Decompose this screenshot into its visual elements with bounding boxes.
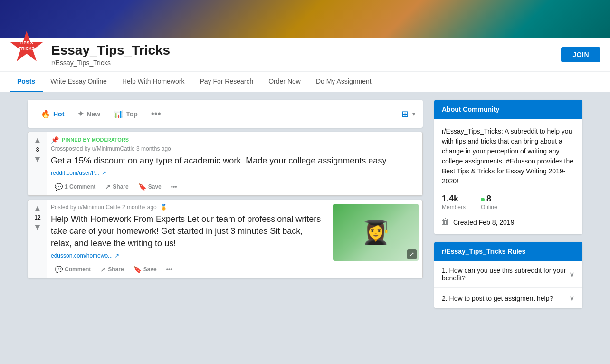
comment-button-1[interactable]: 💬 1 Comment — [51, 180, 99, 193]
post-card-2: ▲ 12 ▼ Posted by u/MinimumCattle 2 month… — [28, 200, 423, 278]
pinned-banner: 📌 PINNED BY MODERATORS — [51, 136, 419, 144]
rule-text-1: 1. How can you use this subreddit for yo… — [442, 267, 569, 282]
crosspost-info: Crossposted by u/MinimumCattle 3 months … — [51, 145, 419, 152]
share-icon-1: ↗ — [105, 183, 111, 191]
view-toggle: ⊞ ▾ — [400, 107, 415, 121]
tab-posts[interactable]: Posts — [10, 72, 43, 92]
tab-help-homework[interactable]: Help With Homework — [114, 72, 192, 92]
members-count: 1.4k — [442, 194, 466, 204]
online-dot — [481, 198, 485, 201]
tab-do-assignment[interactable]: Do My Assignment — [308, 72, 379, 92]
save-button-1[interactable]: 🔖 Save — [134, 180, 165, 193]
rule-label-1: How can you use this subreddit for your … — [442, 267, 566, 282]
view-dropdown-icon[interactable]: ▾ — [412, 111, 415, 117]
chevron-down-icon-2: ∨ — [569, 294, 575, 303]
graduation-image: 👩‍🎓 — [362, 219, 390, 246]
external-link-icon-2: ↗ — [114, 252, 119, 259]
vote-column-1: ▲ 8 ▼ — [28, 132, 47, 195]
sort-top-button[interactable]: 📊 Top — [108, 105, 143, 122]
tab-order-now[interactable]: Order Now — [261, 72, 308, 92]
share-icon-2: ↗ — [100, 266, 106, 273]
content-area: 🔥 Hot ✦ New 📊 Top ••• ⊞ ▾ ▲ 8 ▼ — [28, 100, 423, 316]
hot-icon: 🔥 — [41, 109, 50, 118]
new-icon: ✦ — [77, 109, 84, 118]
stats-row: 1.4k Members 8 Online — [442, 194, 575, 211]
post-link-2[interactable]: edusson.com/homewo... ↗ — [51, 252, 325, 259]
banner-image — [0, 0, 610, 38]
comment-icon-1: 💬 — [55, 183, 63, 191]
svg-text:TRICKS: TRICKS — [19, 46, 35, 51]
post-title-2[interactable]: Help With Homework From Experts Let our … — [51, 213, 325, 249]
about-community-card: About Community r/Essay_Tips_Tricks: A s… — [434, 100, 582, 234]
about-description: r/Essay_Tips_Tricks: A subreddit to help… — [442, 126, 575, 186]
subreddit-handle: r/Essay_Tips_Tricks — [51, 59, 550, 67]
card-view-button[interactable]: ⊞ — [400, 107, 410, 121]
post-thumbnail-2[interactable]: 👩‍🎓 ⤢ — [333, 204, 419, 261]
post-body-1: 📌 PINNED BY MODERATORS Crossposted by u/… — [47, 132, 422, 195]
external-link-icon-1: ↗ — [102, 170, 106, 176]
post-actions-2: 💬 Comment ↗ Share 🔖 Save ••• — [51, 263, 325, 276]
rules-header: r/Essay_Tips_Tricks Rules — [434, 242, 582, 261]
post-card-pinned: ▲ 8 ▼ 📌 PINNED BY MODERATORS Crossposted… — [28, 132, 423, 196]
join-button[interactable]: JOIN — [561, 47, 600, 62]
save-button-2[interactable]: 🔖 Save — [130, 263, 161, 276]
svg-text:TIPS &: TIPS & — [19, 40, 34, 45]
share-button-2[interactable]: ↗ Share — [96, 263, 127, 276]
calendar-icon: 🏛 — [442, 218, 449, 227]
vote-count-1: 8 — [36, 146, 39, 153]
rule-item-1[interactable]: 1. How can you use this subreddit for yo… — [434, 261, 582, 288]
about-community-header: About Community — [434, 100, 582, 119]
downvote-button-2[interactable]: ▼ — [33, 223, 42, 231]
post-body-2: Posted by u/MinimumCattle 2 months ago 🏅… — [47, 200, 329, 278]
sort-more-button[interactable]: ••• — [147, 105, 165, 123]
chevron-down-icon-1: ∨ — [569, 270, 575, 279]
members-stat: 1.4k Members — [442, 194, 466, 211]
vote-column-2: ▲ 12 ▼ — [28, 200, 47, 278]
post-meta-2: Posted by u/MinimumCattle 2 months ago 🏅 — [51, 204, 325, 211]
tab-write-essay[interactable]: Write Essay Online — [43, 72, 114, 92]
online-label: Online — [481, 204, 497, 211]
nav-tabs: Posts Write Essay Online Help With Homew… — [0, 71, 610, 92]
about-community-body: r/Essay_Tips_Tricks: A subreddit to help… — [434, 119, 582, 234]
pin-icon: 📌 — [51, 136, 59, 144]
header-bar: TIPS & TRICKS Essay_Tips_Tricks r/Essay_… — [0, 38, 610, 71]
online-count: 8 — [481, 194, 497, 204]
rule-text-2: 2. How to post to get assigment help? — [442, 295, 553, 302]
main-layout: 🔥 Hot ✦ New 📊 Top ••• ⊞ ▾ ▲ 8 ▼ — [20, 100, 590, 316]
header-info: Essay_Tips_Tricks r/Essay_Tips_Tricks — [51, 43, 550, 67]
expand-thumbnail-button[interactable]: ⤢ — [407, 249, 417, 259]
upvote-button-1[interactable]: ▲ — [33, 136, 42, 144]
rule-item-2[interactable]: 2. How to post to get assigment help? ∨ — [434, 288, 582, 308]
vote-count-2: 12 — [34, 214, 40, 221]
post-link-1[interactable]: reddit.com/user/P... ↗ — [51, 170, 419, 176]
post-title-1[interactable]: Get a 15% discount on any type of academ… — [51, 155, 419, 167]
rule-label-2: How to post to get assigment help? — [449, 295, 553, 302]
sidebar: About Community r/Essay_Tips_Tricks: A s… — [434, 100, 582, 316]
sort-new-button[interactable]: ✦ New — [72, 105, 106, 122]
subreddit-logo: TIPS & TRICKS — [10, 29, 44, 63]
comment-icon-2: 💬 — [55, 266, 63, 273]
rules-list: 1. How can you use this subreddit for yo… — [434, 261, 582, 308]
members-label: Members — [442, 204, 466, 211]
created-row: 🏛 Created Feb 8, 2019 — [442, 218, 575, 227]
created-date: Created Feb 8, 2019 — [453, 219, 514, 226]
post-actions-1: 💬 1 Comment ↗ Share 🔖 Save ••• — [51, 180, 419, 193]
rule-number-1: 1. — [442, 267, 448, 274]
sort-bar: 🔥 Hot ✦ New 📊 Top ••• ⊞ ▾ — [28, 100, 423, 128]
comment-button-2[interactable]: 💬 Comment — [51, 263, 95, 276]
online-stat: 8 Online — [481, 194, 497, 211]
share-button-1[interactable]: ↗ Share — [101, 180, 132, 193]
tab-pay-research[interactable]: Pay For Research — [192, 72, 261, 92]
subreddit-name: Essay_Tips_Tricks — [51, 43, 550, 58]
upvote-button-2[interactable]: ▲ — [33, 204, 42, 212]
award-icon-2: 🏅 — [160, 204, 167, 211]
more-button-1[interactable]: ••• — [167, 181, 181, 193]
save-icon-2: 🔖 — [133, 266, 142, 273]
more-button-2[interactable]: ••• — [162, 263, 176, 276]
rule-number-2: 2. — [442, 295, 448, 302]
sort-hot-button[interactable]: 🔥 Hot — [35, 105, 70, 122]
downvote-button-1[interactable]: ▼ — [33, 155, 42, 163]
top-icon: 📊 — [114, 109, 123, 118]
rules-card: r/Essay_Tips_Tricks Rules 1. How can you… — [434, 242, 582, 308]
save-icon-1: 🔖 — [138, 183, 146, 191]
